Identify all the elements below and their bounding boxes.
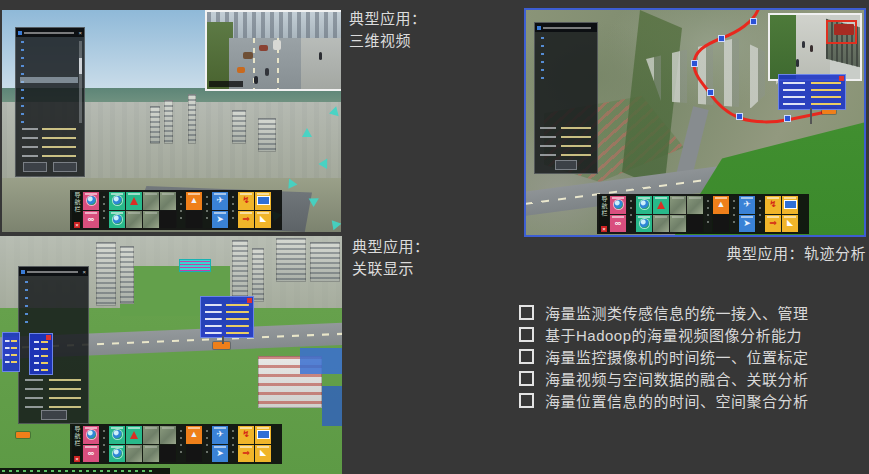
close-icon[interactable] xyxy=(839,76,844,81)
toolbar-tile[interactable]: ✈ xyxy=(212,192,228,210)
trajectory-panel xyxy=(534,22,598,174)
toolbar-tile[interactable]: ◣ xyxy=(255,445,271,463)
marker-icon xyxy=(130,431,138,439)
toolbar-tile[interactable] xyxy=(109,211,125,229)
list-scrollbar[interactable] xyxy=(79,41,82,123)
toolbar-tile[interactable] xyxy=(143,192,159,210)
record-list[interactable] xyxy=(25,281,80,327)
toolbar-tile[interactable] xyxy=(636,215,652,233)
toolbar-tile[interactable] xyxy=(653,196,669,214)
toolbar-tile[interactable] xyxy=(670,196,686,214)
toolbar-tile[interactable] xyxy=(83,192,99,210)
track-point-list[interactable] xyxy=(541,37,589,79)
toolbar-tile[interactable] xyxy=(160,211,176,229)
waypoint-marker[interactable] xyxy=(707,89,714,96)
toolbar-vertical-tab[interactable]: 导航栏× xyxy=(599,196,609,232)
waypoint-marker[interactable] xyxy=(750,18,757,25)
bird-icon: ➤ xyxy=(216,449,224,458)
toolbar-close-icon[interactable]: × xyxy=(74,222,80,228)
toolbar-tile[interactable]: ∞ xyxy=(83,211,99,229)
toolbar-tile[interactable]: ➤ xyxy=(212,211,228,229)
toolbar-tile[interactable] xyxy=(109,445,125,463)
toolbar-close-icon[interactable]: × xyxy=(601,226,607,232)
waypoint-marker[interactable] xyxy=(718,35,725,42)
toolbar-tile[interactable]: ▲ xyxy=(186,192,202,210)
toolbar-tile[interactable] xyxy=(160,426,176,444)
toolbar-tile[interactable]: ⇒ xyxy=(765,215,781,233)
tower xyxy=(150,106,160,144)
toolbar-tile[interactable] xyxy=(670,215,686,233)
toolbar-tile[interactable]: ◣ xyxy=(782,215,798,233)
toolbar-tile[interactable] xyxy=(126,426,142,444)
toolbar-tile[interactable] xyxy=(653,215,669,233)
toolbar-tile[interactable] xyxy=(713,215,729,233)
close-icon[interactable]: × xyxy=(82,269,86,275)
close-icon[interactable]: × xyxy=(78,30,82,36)
toolbar-tile[interactable]: ✈ xyxy=(739,196,755,214)
toolbar-tile[interactable] xyxy=(255,426,271,444)
toolbar-tile[interactable] xyxy=(143,211,159,229)
toolbar-tile[interactable] xyxy=(126,445,142,463)
toolbar-vertical-tab[interactable]: 导航栏× xyxy=(72,426,82,462)
arrows-icon: ⇒ xyxy=(242,215,250,224)
panel-icon xyxy=(258,431,269,438)
toolbar-tile[interactable]: ↯ xyxy=(238,426,254,444)
panel-icon xyxy=(258,197,269,204)
panel-button-locate[interactable] xyxy=(23,162,47,172)
toolbar-vertical-label: 导航栏 xyxy=(72,426,82,447)
feature-label: 海量监控摄像机的时间统一、位置标定 xyxy=(545,346,809,367)
toolbar-tile[interactable] xyxy=(109,192,125,210)
toolbar-tile[interactable]: ◣ xyxy=(255,211,271,229)
toolbar-tile[interactable] xyxy=(687,196,703,214)
toolbar-tile[interactable]: ∞ xyxy=(610,215,626,233)
vehicle-marker xyxy=(16,432,30,438)
panel-button-play[interactable] xyxy=(53,162,77,172)
toolbar-tile[interactable] xyxy=(109,426,125,444)
toolbar-tile[interactable] xyxy=(610,196,626,214)
toolbar-tile[interactable]: ⇒ xyxy=(238,445,254,463)
toolbar-tile[interactable] xyxy=(126,192,142,210)
toolbar-close-icon[interactable]: × xyxy=(74,456,80,462)
toolbar-tile[interactable] xyxy=(126,211,142,229)
toolbar-tile[interactable] xyxy=(186,445,202,463)
panel-titlebar[interactable]: × xyxy=(16,28,84,37)
toolbar-tile[interactable]: ➤ xyxy=(212,445,228,463)
toolbar-vertical-label: 导航栏 xyxy=(599,196,609,217)
camera-cone-marker xyxy=(332,219,341,230)
panel-button[interactable] xyxy=(555,160,577,170)
toolbar-tile[interactable] xyxy=(83,426,99,444)
toolbar-tile[interactable] xyxy=(636,196,652,214)
scrollbar-thumb[interactable] xyxy=(79,58,82,74)
waypoint-marker[interactable] xyxy=(784,115,791,122)
waypoint-marker[interactable] xyxy=(736,113,743,120)
toolbar-tile[interactable] xyxy=(143,445,159,463)
toolbar-tile[interactable] xyxy=(687,215,703,233)
toolbar-vertical-tab[interactable]: 导航栏× xyxy=(72,192,82,228)
marker-icon xyxy=(657,201,665,209)
toolbar-tile[interactable] xyxy=(782,196,798,214)
panel-titlebar[interactable]: × xyxy=(19,267,88,276)
close-icon[interactable] xyxy=(247,298,252,303)
checkbox-icon xyxy=(519,371,534,386)
toolbar-tile[interactable] xyxy=(186,211,202,229)
toolbar-tile[interactable]: ∞ xyxy=(83,445,99,463)
toolbar-tile[interactable]: ▲ xyxy=(713,196,729,214)
toolbar-tile[interactable] xyxy=(143,426,159,444)
panel-button[interactable] xyxy=(41,410,67,420)
toolbar-tile[interactable]: ✈ xyxy=(212,426,228,444)
video-label xyxy=(209,81,243,87)
toolbar-tile[interactable]: ⇒ xyxy=(238,211,254,229)
close-icon[interactable] xyxy=(46,335,51,340)
toolbar-tile[interactable]: ↯ xyxy=(238,192,254,210)
toolbar-tile[interactable]: ➤ xyxy=(739,215,755,233)
waypoint-marker[interactable] xyxy=(691,60,698,67)
selected-list-row[interactable] xyxy=(20,77,78,83)
toolbar-tile[interactable]: ↯ xyxy=(765,196,781,214)
toolbar-tile[interactable] xyxy=(255,192,271,210)
globe-icon xyxy=(113,430,122,439)
boat-icon: ◣ xyxy=(787,219,793,227)
toolbar-tile[interactable] xyxy=(160,192,176,210)
toolbar-tile[interactable] xyxy=(160,445,176,463)
panel-titlebar[interactable] xyxy=(535,23,597,32)
toolbar-tile[interactable]: ▲ xyxy=(186,426,202,444)
